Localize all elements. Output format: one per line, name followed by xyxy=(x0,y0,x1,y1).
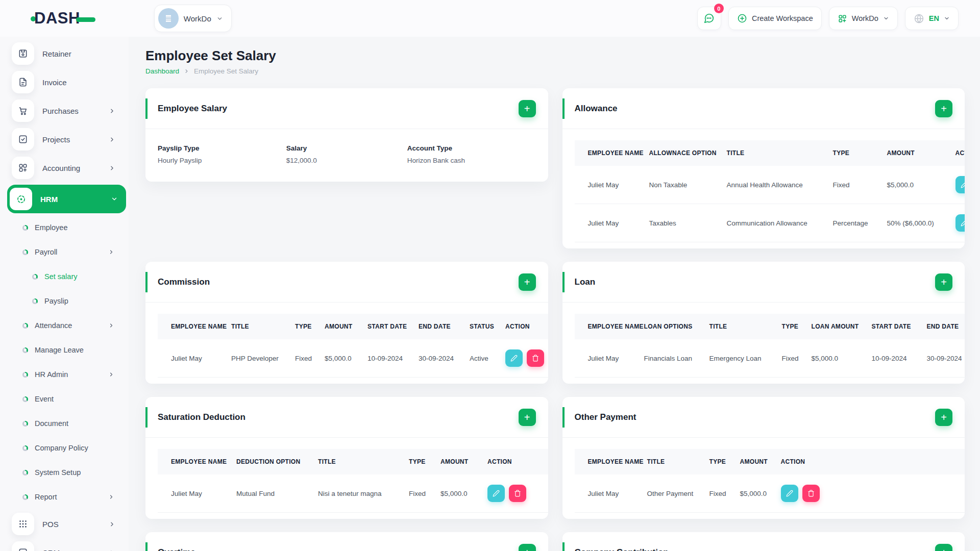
bullet-icon xyxy=(32,274,38,280)
chevron-right-icon xyxy=(108,249,114,255)
edit-button[interactable] xyxy=(487,485,505,502)
workdo-menu-button[interactable]: WorkDo xyxy=(829,7,898,30)
loan-table-wrap: EMPLOYEE NAME LOAN OPTIONS TITLE TYPE LO… xyxy=(562,303,965,384)
sidebar: Retainer Invoice Purchases Projec xyxy=(0,37,129,551)
sidebar-item-report[interactable]: Report xyxy=(12,485,129,509)
sidebar-item-employee[interactable]: Employee xyxy=(12,215,129,240)
sidebar-item-invoice[interactable]: Invoice xyxy=(12,70,129,94)
pencil-icon xyxy=(786,490,793,497)
card-allowance: Allowance + EMPLOYEE NAME ALLOWNACE OPTI… xyxy=(562,88,965,248)
delete-button[interactable] xyxy=(509,485,526,502)
sidebar-item-retainer[interactable]: Retainer xyxy=(12,42,129,65)
card-header: Company Contribution + xyxy=(562,532,965,551)
check-square-icon xyxy=(12,128,34,151)
add-company-contribution-button[interactable]: + xyxy=(935,544,952,551)
card-accent xyxy=(562,407,565,428)
bullet-icon xyxy=(22,470,28,475)
chat-bubble-icon xyxy=(703,13,715,24)
card-title: Other Payment xyxy=(575,412,636,422)
language-label: EN xyxy=(929,14,939,22)
breadcrumb-dashboard-link[interactable]: Dashboard xyxy=(145,67,179,75)
topbar: DASH WorkDo 0 xyxy=(0,0,980,37)
delete-button[interactable] xyxy=(802,485,820,502)
sidebar-item-purchases[interactable]: Purchases xyxy=(12,99,129,122)
pencil-icon xyxy=(493,490,500,497)
grid-dots-icon xyxy=(12,513,34,535)
workspace-selector[interactable]: WorkDo xyxy=(154,5,232,32)
card-accent xyxy=(145,272,148,292)
trash-icon xyxy=(807,490,815,497)
edit-button[interactable] xyxy=(955,214,965,232)
sidebar-item-accounting[interactable]: Accounting xyxy=(12,156,129,180)
card-accent xyxy=(145,407,148,428)
app-logo[interactable]: DASH xyxy=(31,9,95,28)
shopping-cart-icon xyxy=(12,99,34,122)
logo-text: DASH xyxy=(34,9,80,28)
sidebar-item-pos[interactable]: POS xyxy=(12,512,129,536)
card-header: Other Payment + xyxy=(562,397,965,438)
add-allowance-button[interactable]: + xyxy=(935,100,952,117)
add-overtime-button[interactable]: + xyxy=(519,544,536,551)
sidebar-item-projects[interactable]: Projects xyxy=(12,128,129,151)
add-employee-salary-button[interactable]: + xyxy=(519,100,536,117)
card-title: Saturation Deduction xyxy=(158,412,246,422)
language-button[interactable]: EN xyxy=(905,7,959,30)
edit-button[interactable] xyxy=(505,349,523,367)
sidebar-item-crm[interactable]: CRM xyxy=(12,541,129,551)
cards-grid: Employee Salary + Payslip Type Hourly Pa… xyxy=(145,88,965,551)
bullet-icon xyxy=(22,323,28,329)
chevron-right-icon xyxy=(109,136,115,143)
sidebar-item-hr-admin[interactable]: HR Admin xyxy=(12,362,129,387)
table-row: Juliet May Taxables Communication Allowa… xyxy=(575,204,965,242)
chevron-right-icon xyxy=(109,549,115,551)
table-header-row: EMPLOYEE NAME ALLOWNACE OPTION TITLE TYP… xyxy=(575,140,965,166)
sidebar-item-payroll[interactable]: Payroll xyxy=(12,240,129,264)
bullet-icon xyxy=(22,421,28,427)
main-content: Employee Set Salary Dashboard Employee S… xyxy=(129,48,980,551)
card-header: Overtime + xyxy=(145,532,548,551)
trash-icon xyxy=(514,490,521,497)
chevron-right-icon xyxy=(108,371,114,378)
add-loan-button[interactable]: + xyxy=(935,273,952,291)
bullet-icon xyxy=(22,396,28,402)
sidebar-item-system-setup[interactable]: System Setup xyxy=(12,460,129,485)
add-other-payment-button[interactable]: + xyxy=(935,409,952,426)
table-row: Juliet May PHP Developer Fixed $5,000.0 … xyxy=(158,339,548,378)
card-header: Employee Salary + xyxy=(145,88,548,129)
add-commission-button[interactable]: + xyxy=(519,273,536,291)
sidebar-item-set-salary[interactable]: Set salary xyxy=(12,264,129,289)
crm-icon xyxy=(12,541,34,551)
table-row: Juliet May Other Payment Fixed $5,000.0 xyxy=(575,474,965,513)
create-workspace-button[interactable]: Create Workspace xyxy=(728,7,822,30)
pencil-icon xyxy=(961,219,965,227)
topbar-actions: 0 Create Workspace WorkDo xyxy=(697,7,959,30)
create-workspace-label: Create Workspace xyxy=(752,14,813,22)
card-accent xyxy=(562,542,565,551)
sidebar-item-document[interactable]: Document xyxy=(12,411,129,436)
card-title: Overtime xyxy=(158,547,195,551)
delete-button[interactable] xyxy=(527,349,544,367)
card-title: Commission xyxy=(158,277,210,287)
sidebar-item-attendance[interactable]: Attendance xyxy=(12,313,129,338)
sidebar-item-company-policy[interactable]: Company Policy xyxy=(12,436,129,460)
edit-button[interactable] xyxy=(955,176,965,193)
sidebar-item-hrm[interactable]: HRM xyxy=(7,185,126,213)
card-header: Allowance + xyxy=(562,88,965,129)
chevron-down-icon xyxy=(944,15,950,21)
sidebar-item-event[interactable]: Event xyxy=(12,387,129,411)
add-saturation-deduction-button[interactable]: + xyxy=(519,409,536,426)
sidebar-item-manage-leave[interactable]: Manage Leave xyxy=(12,338,129,362)
breadcrumb: Dashboard Employee Set Salary xyxy=(145,67,965,75)
edit-button[interactable] xyxy=(781,485,798,502)
sidebar-item-payslip[interactable]: Payslip xyxy=(12,289,129,313)
commission-table: EMPLOYEE NAME TITLE TYPE AMOUNT START DA… xyxy=(158,314,548,378)
card-accent xyxy=(145,98,148,119)
field-payslip-type: Payslip Type Hourly Payslip xyxy=(158,144,286,164)
saturation-deduction-table: EMPLOYEE NAME DEDUCTION OPTION TITLE TYP… xyxy=(158,449,548,513)
logo-dash-icon xyxy=(76,17,95,22)
messages-button[interactable]: 0 xyxy=(697,7,721,30)
table-row: Juliet May Non Taxable Annual Health All… xyxy=(575,166,965,204)
pencil-icon xyxy=(510,355,518,362)
chevron-down-icon xyxy=(216,15,223,22)
bullet-icon xyxy=(22,445,28,451)
